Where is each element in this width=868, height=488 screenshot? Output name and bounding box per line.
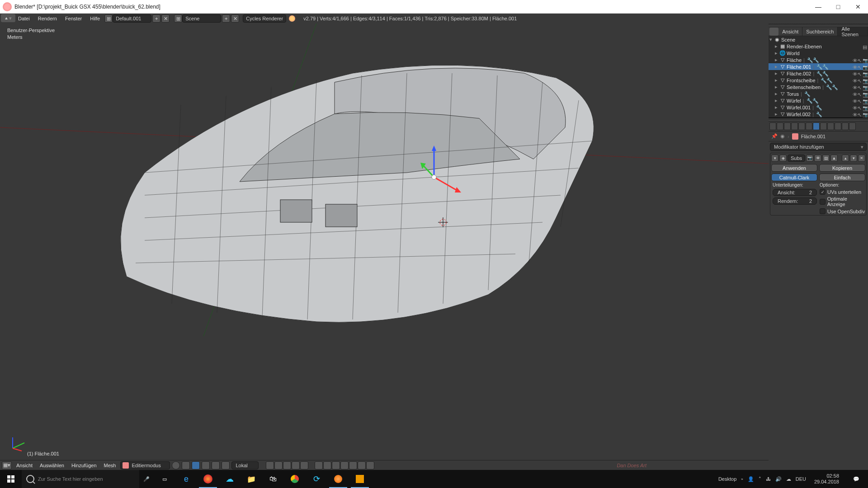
start-button[interactable] <box>0 470 22 488</box>
desktop-toolbar-label[interactable]: Desktop <box>718 476 736 482</box>
tree-item[interactable]: ▸▽Fläche|🔧🔧👁↖📷 <box>769 56 868 63</box>
tray-chevron-up-icon[interactable]: ˄ <box>759 476 761 482</box>
restrict-render-icon[interactable]: 📷 <box>863 85 867 89</box>
tray-onedrive-icon[interactable]: ☁ <box>786 476 791 482</box>
restrict-view-icon[interactable]: 👁 <box>853 99 857 103</box>
modifier-expand-toggle[interactable]: ▾ <box>771 155 778 162</box>
area-splitter[interactable] <box>769 118 868 122</box>
viewport-editor-type-selector[interactable]: ▦▾ <box>2 461 12 469</box>
restrict-render-icon[interactable]: 📷 <box>863 92 867 96</box>
ptab-object[interactable] <box>798 122 805 130</box>
restrict-view-icon[interactable]: 👁 <box>853 71 857 76</box>
menu-file[interactable]: Datei <box>18 16 30 21</box>
outliner-display-mode[interactable]: Alle Szenen <box>838 27 868 36</box>
ptab-modifiers[interactable] <box>813 122 820 130</box>
screen-layout-field[interactable]: Default.001 <box>113 14 151 23</box>
modifier-move-down[interactable]: ▾ <box>850 155 857 162</box>
copy-button[interactable]: Kopieren <box>819 164 865 172</box>
menu-help[interactable]: Hilfe <box>90 16 100 21</box>
select-mode-face[interactable] <box>212 461 220 469</box>
tray-people-icon[interactable]: 👤 <box>748 476 754 482</box>
viewport-menu-view[interactable]: Ansicht <box>14 463 35 468</box>
3d-viewport[interactable]: Benutzer-Perspektive Meters <box>0 23 769 470</box>
restrict-select-icon[interactable]: ↖ <box>858 105 862 110</box>
restrict-view-icon[interactable]: 👁 <box>853 65 857 69</box>
action-center-button[interactable]: 💬 <box>847 470 865 488</box>
tray-volume-icon[interactable]: 🔊 <box>775 476 782 482</box>
menu-window[interactable]: Fenster <box>65 16 82 21</box>
subdiv-type-simple[interactable]: Einfach <box>819 174 865 181</box>
select-mode-vertex[interactable] <box>192 461 200 469</box>
restrict-view-icon[interactable]: 👁 <box>853 85 857 89</box>
modifier-display-toggle[interactable]: 👁 <box>814 155 821 162</box>
layer-pass-icon[interactable]: ▤ <box>863 44 867 49</box>
transform-orientation-dropdown[interactable]: Lokal <box>231 461 259 469</box>
outliner-editor-type-selector[interactable] <box>769 28 778 36</box>
ptab-texture[interactable] <box>835 122 841 130</box>
tree-item[interactable]: ▸▽Torus|🔧👁↖📷 <box>769 90 868 97</box>
taskbar-app-edge2[interactable]: ⟳ <box>306 470 327 488</box>
restrict-render-icon[interactable]: 📷 <box>863 58 867 62</box>
taskbar-app-explorer[interactable]: 📁 <box>241 470 262 488</box>
restrict-select-icon[interactable]: ↖ <box>858 65 862 69</box>
editor-type-selector[interactable]: ▾ <box>1 14 15 22</box>
layer-buttons[interactable] <box>266 461 308 469</box>
restrict-select-icon[interactable]: ↖ <box>858 85 862 89</box>
viewport-menu-add[interactable]: Hinzufügen <box>69 463 99 468</box>
viewport-shading-button[interactable] <box>172 461 180 469</box>
menu-render[interactable]: Rendern <box>38 16 57 21</box>
subdiv-render-field[interactable]: Rendern:2 <box>773 197 817 205</box>
modifier-delete[interactable]: ✕ <box>858 155 865 162</box>
tray-clock[interactable]: 02:58 29.04.2018 <box>811 473 843 485</box>
restrict-view-icon[interactable]: 👁 <box>853 78 857 83</box>
restrict-select-icon[interactable]: ↖ <box>858 71 862 76</box>
cortana-mic-icon[interactable]: 🎤 <box>139 476 154 482</box>
ptab-world[interactable] <box>791 122 798 130</box>
tree-item[interactable]: ▸▽Würfel.002|🔧👁↖📷 <box>769 111 868 117</box>
modifier-render-toggle[interactable]: 📷 <box>806 155 813 162</box>
restrict-select-icon[interactable]: ↖ <box>858 58 862 62</box>
tree-item[interactable]: ▸▽Fläche.002|🔧🔧👁↖📷 <box>769 70 868 77</box>
viewport-menu-select[interactable]: Auswählen <box>37 463 67 468</box>
restrict-render-icon[interactable]: 📷 <box>863 71 867 76</box>
taskbar-search[interactable]: Zur Suche Text hier eingeben <box>22 470 139 488</box>
screen-delete-button[interactable]: ✕ <box>161 14 170 23</box>
option-optimal-display[interactable]: Optimale Anzeige <box>818 196 865 207</box>
mode-dropdown[interactable]: Editiermodus <box>120 461 170 469</box>
taskbar-app-blender[interactable] <box>327 470 349 488</box>
tree-item[interactable]: ▸▽Seitenscheiben|🔧🔧👁↖📷 <box>769 84 868 90</box>
taskbar-app-edge[interactable]: e <box>175 470 197 488</box>
taskbar-app-unknown[interactable] <box>349 470 371 488</box>
option-use-opensubdiv[interactable]: Use OpenSubdiv <box>818 208 865 214</box>
render-engine-dropdown[interactable]: Cycles Renderer <box>243 14 286 23</box>
add-modifier-dropdown[interactable]: Modifikator hinzufügen <box>770 143 867 151</box>
restrict-select-icon[interactable]: ↖ <box>858 99 862 103</box>
ptab-render[interactable] <box>769 122 776 130</box>
screen-browse-button[interactable]: ⊞ <box>104 14 113 23</box>
restrict-render-icon[interactable]: 📷 <box>863 105 867 110</box>
tree-item[interactable]: ▸▽Würfel|🔧🔧👁↖📷 <box>769 97 868 104</box>
task-view-button[interactable]: ▭ <box>154 470 175 488</box>
taskbar-app-firefox[interactable] <box>197 470 219 488</box>
modifier-name-field[interactable]: Subs <box>788 155 805 162</box>
outliner-menu-view[interactable]: Ansicht <box>778 27 802 36</box>
taskbar-app-skype[interactable]: ☁ <box>219 470 241 488</box>
taskbar-app-store[interactable]: 🛍 <box>262 470 284 488</box>
modifier-move-up[interactable]: ▴ <box>842 155 849 162</box>
viewport-menu-mesh[interactable]: Mesh <box>101 463 119 468</box>
restrict-view-icon[interactable]: 👁 <box>853 58 857 62</box>
restrict-select-icon[interactable]: ↖ <box>858 112 862 117</box>
scene-add-button[interactable]: + <box>222 14 230 23</box>
tree-item[interactable]: ▸▦Render-Ebenen▤ <box>769 43 868 50</box>
option-subdivide-uvs[interactable]: ✓UVs unterteilen <box>818 189 865 195</box>
restrict-render-icon[interactable]: 📷 <box>863 112 867 117</box>
ptab-render-layers[interactable] <box>777 122 783 130</box>
window-maximize-button[interactable]: □ <box>828 0 848 14</box>
modifier-cage-toggle[interactable]: ▲ <box>830 155 838 162</box>
tray-language-indicator[interactable]: DEU <box>796 476 806 482</box>
restrict-render-icon[interactable]: 📷 <box>863 78 867 83</box>
window-close-button[interactable]: ✕ <box>848 0 868 14</box>
window-minimize-button[interactable]: — <box>808 0 828 14</box>
taskbar-app-chrome[interactable] <box>284 470 306 488</box>
subdiv-view-field[interactable]: Ansicht:2 <box>773 189 817 196</box>
